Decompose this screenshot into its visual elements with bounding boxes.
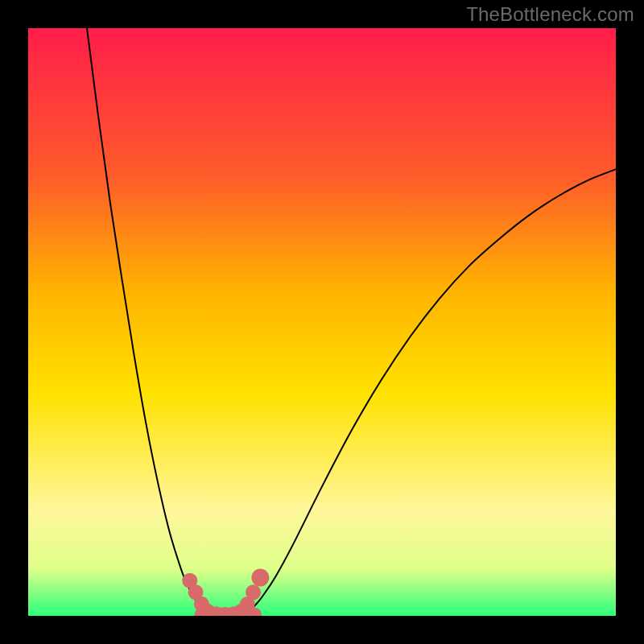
- marker-dot: [246, 584, 261, 600]
- chart-frame: TheBottleneck.com: [0, 0, 644, 644]
- gradient-background: [28, 28, 616, 616]
- marker-dot: [251, 569, 269, 587]
- watermark-text: TheBottleneck.com: [466, 3, 634, 26]
- plot-svg: [28, 28, 616, 616]
- plot-area: [28, 28, 616, 616]
